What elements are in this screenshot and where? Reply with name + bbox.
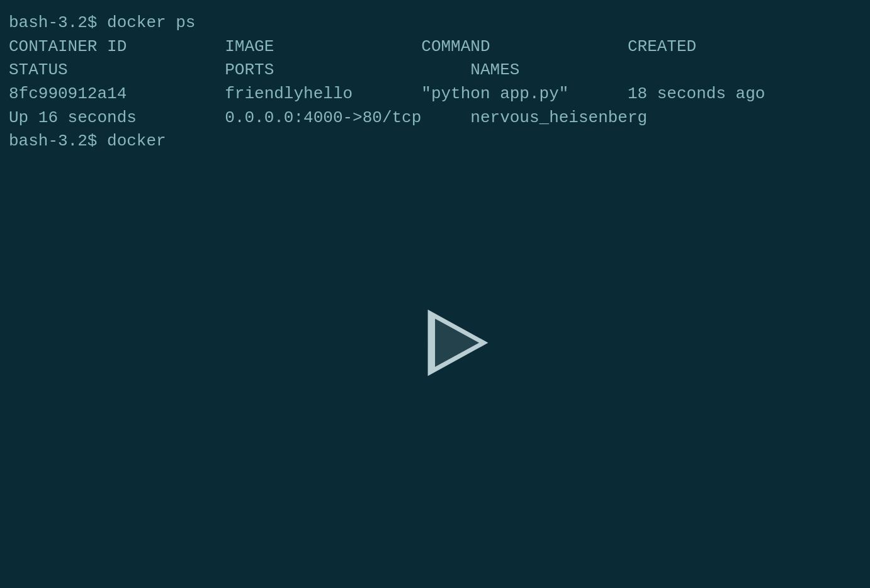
play-button-container[interactable]: [420, 308, 495, 377]
terminal-line-4: 8fc990912a14 friendlyhello "python app.p…: [9, 82, 861, 106]
terminal-line-2: CONTAINER ID IMAGE COMMAND CREATED: [9, 35, 861, 59]
terminal-line-3: STATUS PORTS NAMES: [9, 59, 861, 82]
play-button[interactable]: [420, 308, 495, 377]
terminal-line-5: Up 16 seconds 0.0.0.0:4000->80/tcp nervo…: [9, 106, 861, 130]
play-icon[interactable]: [422, 307, 494, 379]
terminal-line-6: bash-3.2$ docker: [9, 130, 861, 154]
terminal-line-1: bash-3.2$ docker ps: [9, 11, 861, 35]
terminal-window: bash-3.2$ docker ps CONTAINER ID IMAGE C…: [0, 0, 870, 588]
